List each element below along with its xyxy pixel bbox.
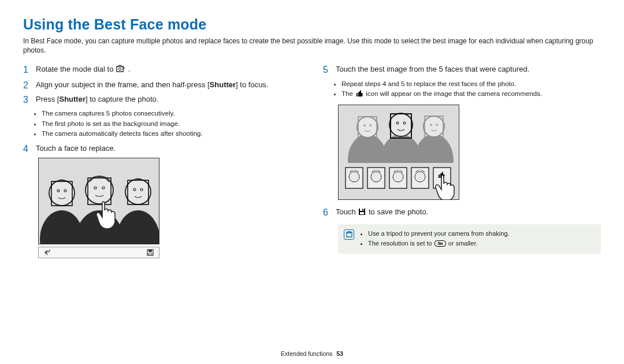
list-item: The camera automatically detects faces a… [42, 129, 301, 139]
note-item: Use a tripod to prevent your camera from… [368, 229, 510, 239]
illustration-touch-face [38, 158, 159, 244]
step-text: Touch [336, 207, 358, 216]
right-column: 5 Touch the best image from the 5 faces … [323, 64, 601, 258]
svg-point-6 [49, 180, 75, 206]
step-text: Align your subject in the frame, and the… [36, 80, 210, 89]
shutter-label: Shutter [210, 80, 236, 89]
svg-point-43 [349, 172, 359, 182]
footer-section: Extended functions [281, 350, 332, 357]
step-1: 1 Rotate the mode dial to . [23, 64, 301, 76]
footer-page-number: 53 [336, 350, 343, 357]
note-icon [344, 229, 354, 240]
svg-rect-19 [148, 250, 152, 252]
illustration-toolbar [38, 247, 159, 258]
step-6: 6 Touch to save the photo. [323, 207, 601, 218]
step-text-after: ] to focus. [236, 80, 268, 89]
page-title: Using the Best Face mode [23, 16, 601, 33]
svg-point-44 [371, 172, 381, 182]
note-item: The resolution is set to 5ᴍ or smaller. [368, 239, 510, 250]
shutter-label: Shutter [59, 95, 86, 103]
note-box: Use a tripod to prevent your camera from… [338, 224, 601, 254]
step-number: 1 [23, 64, 30, 75]
step-text: Touch the best image from the 5 faces th… [336, 64, 601, 75]
step-number: 3 [23, 94, 30, 105]
step-number: 5 [323, 64, 330, 75]
step-text: Press [ [36, 95, 59, 103]
svg-rect-49 [360, 212, 364, 214]
step-2: 2 Align your subject in the frame, and t… [23, 80, 301, 91]
save-disk-icon [358, 208, 366, 218]
svg-rect-50 [362, 209, 363, 210]
list-item: The first photo is set as the background… [42, 119, 301, 129]
step-number: 2 [23, 80, 30, 91]
step-text-after: ] to capture the photo. [86, 95, 158, 103]
step-number: 6 [323, 207, 330, 218]
step-5-sublist: Repeat steps 4 and 5 to replace the rest… [341, 79, 601, 100]
step-3-sublist: The camera captures 5 photos consecutive… [42, 109, 301, 139]
svg-point-46 [415, 172, 425, 182]
svg-point-8 [125, 179, 151, 205]
svg-point-45 [393, 172, 403, 182]
svg-point-27 [424, 116, 444, 137]
illustration-select-best [338, 105, 459, 200]
svg-rect-20 [148, 253, 152, 255]
mode-dial-icon [116, 65, 125, 76]
svg-point-1 [118, 68, 121, 70]
left-column: 1 Rotate the mode dial to . 2 Align your… [23, 64, 301, 258]
svg-rect-0 [117, 66, 123, 72]
step-text-after: . [128, 65, 131, 73]
svg-point-7 [86, 176, 113, 204]
step-text: Touch a face to replace. [36, 143, 301, 154]
list-item: Repeat steps 4 and 5 to replace the rest… [341, 79, 601, 89]
list-item: The icon will appear on the image that t… [341, 89, 601, 100]
step-text-after: to save the photo. [369, 207, 428, 216]
resolution-5m-icon: 5ᴍ [434, 240, 446, 250]
save-icon [146, 248, 154, 257]
step-number: 4 [23, 143, 30, 154]
svg-text:5ᴍ: 5ᴍ [437, 242, 443, 246]
list-item: The camera captures 5 photos consecutive… [42, 109, 301, 118]
step-3: 3 Press [Shutter] to capture the photo. [23, 94, 301, 105]
step-4: 4 Touch a face to replace. [23, 143, 301, 154]
page-footer: Extended functions 53 [0, 350, 624, 357]
intro-text: In Best Face mode, you can capture multi… [23, 36, 601, 55]
step-text: Rotate the mode dial to [36, 65, 116, 73]
step-5: 5 Touch the best image from the 5 faces … [323, 64, 601, 75]
recommend-icon [355, 90, 363, 100]
back-icon [43, 248, 51, 257]
svg-point-25 [357, 117, 378, 138]
